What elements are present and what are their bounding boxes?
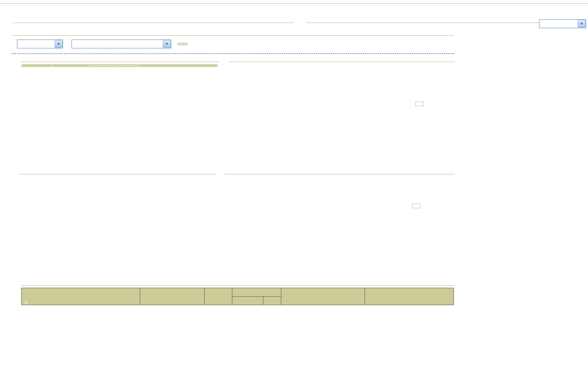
trend-overview-section: ▼ ▼	[13, 34, 454, 48]
member-targets-by-compliance-score-chart	[225, 176, 405, 276]
trend-content: △	[21, 61, 455, 305]
sort-ascending-icon: △	[24, 299, 28, 304]
col-header-distinct-rules-violated	[139, 64, 218, 67]
page-title	[0, 0, 588, 3]
policy-violations-table	[21, 64, 218, 67]
col-header-cleared	[89, 66, 118, 67]
go-button[interactable]	[177, 43, 188, 45]
view-data-select[interactable]	[539, 19, 586, 28]
view-data-combo: ▼	[539, 19, 586, 28]
col-header-type	[140, 288, 204, 305]
col-header-compliance-score	[365, 288, 454, 305]
category-select[interactable]	[17, 39, 63, 48]
category-combo: ▼	[17, 39, 63, 48]
policy-trend-overview-page: ▼ ▼ ▼	[0, 0, 588, 378]
trend-overview-title	[13, 34, 454, 36]
header-info: ▼	[536, 12, 586, 28]
col-header-new	[263, 297, 281, 305]
col-header-distinct-rules-violated	[281, 288, 365, 305]
col-header-current	[52, 64, 89, 67]
compliance-score-title	[19, 173, 215, 174]
col-header-current	[204, 288, 232, 305]
col-header-name[interactable]: △	[22, 288, 140, 305]
member-targets-table: △	[21, 288, 454, 305]
col-header-last-24-hours	[232, 288, 281, 297]
title-rule	[0, 3, 588, 4]
dotted-separator	[12, 53, 454, 54]
col-header-new	[118, 66, 139, 67]
new-violations-by-category-title	[13, 22, 294, 23]
new-violations-by-category-section	[13, 22, 294, 26]
member-targets-with-policy-rules-title	[21, 284, 455, 286]
target-type-select[interactable]	[72, 39, 171, 48]
col-header-cleared	[232, 297, 263, 305]
target-type-combo: ▼	[72, 39, 171, 48]
policy-violations-title	[21, 61, 219, 62]
violation-count-legend	[415, 102, 424, 106]
compliance-score-ranges-legend	[412, 204, 421, 208]
compliance-score-chart	[19, 176, 227, 276]
violation-count-by-severity-chart	[229, 63, 408, 164]
col-header-severity	[22, 64, 53, 67]
